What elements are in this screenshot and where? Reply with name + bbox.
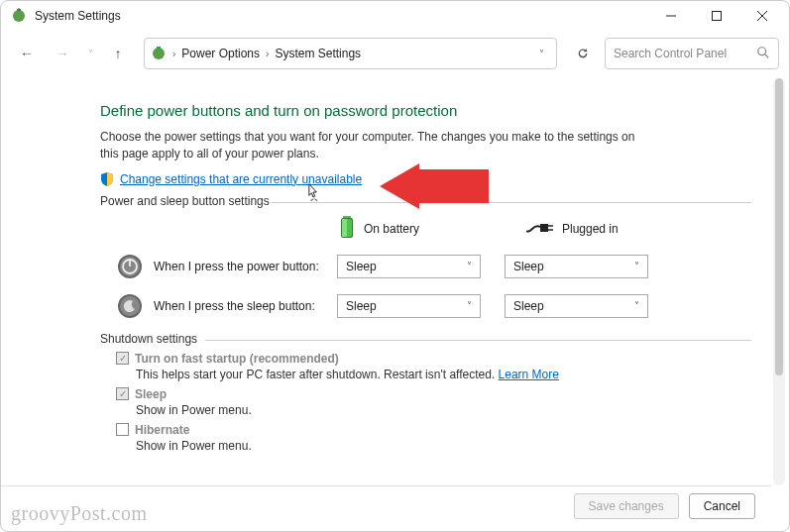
svg-rect-8 — [157, 47, 161, 50]
plugged-in-header: Plugged in — [526, 216, 655, 243]
save-button: Save changes — [574, 493, 679, 519]
breadcrumb-item[interactable]: Power Options — [177, 47, 264, 60]
battery-icon — [338, 216, 356, 243]
svg-rect-14 — [342, 219, 347, 237]
hibernate-label: Hibernate — [135, 423, 189, 437]
power-button-icon — [116, 253, 144, 280]
chevron-down-icon: ˅ — [634, 300, 639, 311]
cancel-button[interactable]: Cancel — [689, 493, 755, 519]
refresh-button[interactable] — [565, 38, 601, 69]
search-placeholder: Search Control Panel — [614, 47, 756, 60]
svg-point-9 — [758, 47, 766, 54]
sleep-button-plugged-select[interactable]: Sleep˅ — [505, 294, 648, 318]
power-button-battery-select[interactable]: Sleep˅ — [337, 255, 481, 278]
svg-line-10 — [765, 53, 769, 57]
chevron-down-icon: ˅ — [467, 300, 472, 311]
page-description: Choose the power settings that you want … — [100, 129, 655, 162]
learn-more-link[interactable]: Learn More — [499, 368, 559, 381]
scrollbar[interactable] — [773, 78, 785, 485]
close-button[interactable] — [739, 1, 785, 31]
nav-forward-button[interactable]: → — [47, 38, 78, 69]
search-icon — [756, 46, 770, 62]
plug-icon — [526, 221, 554, 238]
nav-recent-dropdown[interactable]: ˅ — [82, 38, 98, 69]
on-battery-header: On battery — [338, 216, 467, 243]
shield-icon — [100, 172, 114, 186]
chevron-right-icon: › — [170, 49, 177, 59]
svg-rect-4 — [713, 12, 722, 21]
hibernate-desc: Show in Power menu. — [136, 439, 751, 453]
scrollbar-thumb[interactable] — [775, 78, 783, 375]
search-input[interactable]: Search Control Panel — [605, 38, 779, 69]
annotation-arrow — [380, 163, 489, 212]
power-button-plugged-select[interactable]: Sleep˅ — [505, 255, 648, 278]
nav-up-button[interactable]: ↑ — [102, 38, 134, 69]
window-title: System Settings — [35, 9, 648, 23]
on-battery-label: On battery — [364, 222, 419, 236]
plugged-in-label: Plugged in — [562, 222, 619, 236]
maximize-button[interactable] — [694, 1, 739, 31]
watermark: groovyPost.com — [11, 502, 148, 525]
sleep-desc: Show in Power menu. — [136, 403, 751, 417]
fast-startup-desc: This helps start your PC faster after sh… — [136, 368, 751, 381]
change-settings-link[interactable]: Change settings that are currently unava… — [120, 172, 362, 186]
chevron-down-icon: ˅ — [634, 261, 639, 271]
nav-back-button[interactable]: ← — [11, 38, 43, 69]
shutdown-section-label: Shutdown settings — [100, 332, 751, 346]
page-title: Define power buttons and turn on passwor… — [100, 102, 751, 119]
chevron-down-icon[interactable]: ˅ — [533, 49, 550, 59]
fast-startup-label: Turn on fast startup (recommended) — [135, 352, 339, 366]
sleep-button-icon — [116, 292, 144, 320]
chevron-right-icon: › — [264, 49, 271, 59]
power-button-label: When I press the power button: — [154, 260, 327, 273]
chevron-down-icon: ˅ — [467, 261, 472, 271]
minimize-button[interactable] — [648, 1, 694, 31]
sleep-button-label: When I press the sleep button: — [154, 299, 327, 313]
fast-startup-checkbox: ✓ — [116, 352, 129, 365]
app-icon — [11, 8, 27, 24]
breadcrumb[interactable]: › Power Options › System Settings ˅ — [144, 38, 557, 69]
sleep-label: Sleep — [135, 387, 167, 401]
sleep-checkbox: ✓ — [116, 387, 129, 400]
svg-rect-11 — [343, 216, 351, 218]
hibernate-checkbox — [116, 423, 129, 436]
breadcrumb-item[interactable]: System Settings — [271, 47, 365, 60]
sleep-button-battery-select[interactable]: Sleep˅ — [337, 294, 481, 318]
breadcrumb-icon — [151, 46, 167, 61]
